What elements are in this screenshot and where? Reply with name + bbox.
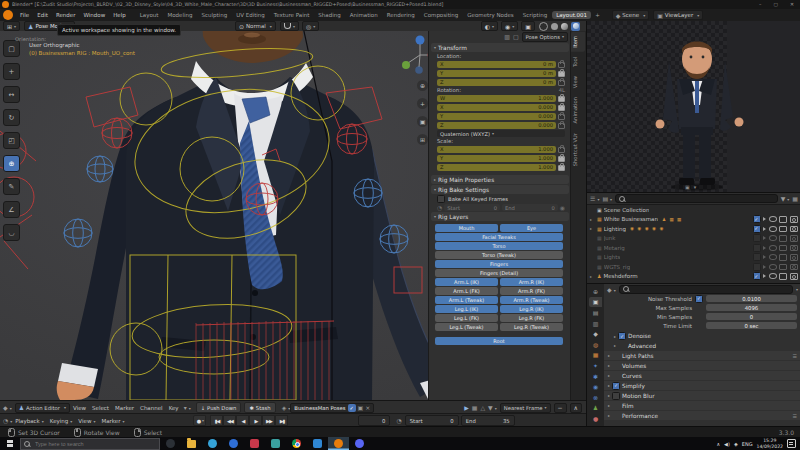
workspace-tab[interactable]: Scripting	[519, 11, 551, 19]
add-workspace-button[interactable]: +	[591, 11, 604, 19]
fake-user-icon[interactable]: ✓	[348, 404, 356, 412]
workspace-tab[interactable]: Layout.001	[552, 11, 591, 19]
taskbar-app[interactable]	[223, 437, 244, 450]
viewport-disable-icon[interactable]	[779, 254, 787, 261]
unlink-icon[interactable]: ×	[365, 404, 370, 411]
bake-checkbox[interactable]	[437, 195, 445, 203]
properties-tab[interactable]: ⊗	[589, 392, 602, 403]
drag-handle-icon[interactable]: ☰	[793, 353, 797, 359]
bake-end-field[interactable]: End0	[502, 204, 558, 211]
viewport-disable-icon[interactable]	[779, 245, 787, 252]
menu-item[interactable]: Help	[109, 12, 130, 18]
viewport-tool-button[interactable]: ◰	[3, 132, 20, 149]
bake-start-field[interactable]: Start0	[444, 204, 500, 211]
sidebar-tab[interactable]: Shortcut VUr	[571, 129, 585, 170]
rig-main-properties-header[interactable]: Rig Main Properties	[431, 175, 569, 184]
properties-tab[interactable]: ◍	[589, 339, 602, 350]
properties-tab[interactable]: ▥	[589, 318, 602, 329]
viewport-disable-icon[interactable]	[779, 273, 787, 280]
menu-item[interactable]: Edit	[33, 12, 52, 18]
menu-item[interactable]: Window	[79, 12, 109, 18]
sidebar-tab[interactable]: Tool	[571, 53, 585, 71]
properties-tab[interactable]: ▣	[589, 297, 602, 308]
properties-editor-icon[interactable]: ◆	[607, 286, 616, 293]
copy-icon[interactable]: ▣	[358, 404, 364, 411]
hide-eye-icon[interactable]	[769, 254, 777, 260]
field-checkbox[interactable]	[695, 295, 703, 303]
workspace-tab[interactable]: Texture Paint	[270, 11, 314, 19]
location-field[interactable]: Z0 m	[437, 79, 556, 86]
select-cursor-icon[interactable]: ▶	[464, 404, 469, 411]
playback-button[interactable]: ▶	[249, 415, 262, 426]
rig-layer-button[interactable]: Facial Tweaks	[435, 233, 563, 241]
outliner-options-icon[interactable]: ▦	[792, 195, 798, 202]
proportional-edit-toggle[interactable]: ◎	[302, 21, 319, 31]
selectable-icon[interactable]	[763, 217, 766, 221]
field-value[interactable]: 4096	[706, 304, 797, 311]
properties-tab[interactable]: ◆	[589, 328, 602, 339]
selectable-icon[interactable]	[763, 274, 766, 278]
hide-eye-icon[interactable]	[769, 245, 777, 251]
action-selector[interactable]: BusinessMan Poses ✓ ▣ ×	[290, 403, 374, 413]
rig-layer-button[interactable]: Leg.L (IK)	[435, 305, 498, 313]
outliner-row[interactable]: ▦ WGTS_rig	[587, 262, 800, 272]
solid-shading-icon[interactable]	[551, 23, 558, 30]
dope-editor-icon[interactable]: ◆	[3, 404, 12, 411]
section-checkbox[interactable]	[612, 382, 620, 390]
rig-layer-button[interactable]: Leg.L (FK)	[435, 314, 498, 322]
frame-end-field[interactable]: End35	[461, 415, 515, 426]
camera-range-icon[interactable]: ◉	[560, 204, 565, 211]
taskbar-app[interactable]	[328, 437, 349, 450]
lock-icon[interactable]	[558, 123, 565, 129]
viewport-nav-button[interactable]: ▣	[417, 116, 428, 127]
properties-tab[interactable]: ♟	[589, 403, 602, 414]
lock-icon[interactable]	[558, 114, 565, 120]
section-checkbox[interactable]	[612, 392, 620, 400]
rig-layer-button[interactable]: Fingers (Detail)	[435, 269, 563, 277]
lock-icon[interactable]	[558, 80, 565, 86]
scale-field[interactable]: Z1.000	[437, 164, 556, 171]
location-field[interactable]: X0 m	[437, 61, 556, 68]
render-disable-icon[interactable]	[790, 216, 799, 223]
render-disable-icon[interactable]	[790, 273, 799, 280]
properties-tab[interactable]: ✦	[589, 360, 602, 371]
transform-orientation-selector[interactable]: ⊙ Normal	[235, 21, 276, 31]
editor-type-button[interactable]: ⊞	[3, 21, 20, 31]
viewport-nav-button[interactable]: ⊞	[417, 134, 428, 145]
viewport-disable-icon[interactable]	[779, 235, 787, 242]
outliner-row[interactable]: ▦ Lights	[587, 253, 800, 263]
taskbar-app[interactable]	[307, 437, 328, 450]
field-value[interactable]: 0.0100	[706, 295, 797, 302]
menu-item[interactable]: Playback	[12, 418, 47, 424]
action-editor-mode[interactable]: ♟ Action Editor	[15, 403, 70, 413]
viewport-tool-button[interactable]: ✎	[3, 178, 20, 195]
workspace-tab[interactable]: Shading	[314, 11, 344, 19]
rig-layer-button[interactable]: Leg.L (Tweak)	[435, 323, 498, 331]
lock-icon[interactable]	[558, 156, 565, 162]
outliner-row[interactable]: ▸ ▦ Lighting ◉ ◉ ◉ ◉ ◉	[587, 224, 800, 234]
viewport-tool-button[interactable]: ▢	[3, 40, 20, 57]
viewport-disable-icon[interactable]	[779, 264, 787, 271]
lock-icon[interactable]	[558, 147, 565, 153]
workspace-tab[interactable]: Geometry Nodes	[463, 11, 517, 19]
sidebar-tab[interactable]: Item	[571, 32, 585, 52]
section-header[interactable]: Light Paths ☰	[604, 351, 800, 360]
outliner-row[interactable]: ▦ Junk	[587, 234, 800, 244]
rig-layer-button[interactable]: Leg.R (Tweak)	[500, 323, 563, 331]
rig-layer-button[interactable]: Root	[435, 337, 563, 345]
overlays-toggle[interactable]: ◉	[501, 21, 518, 31]
filter-dropdown-icon[interactable]: ▾	[184, 404, 191, 411]
properties-tab[interactable]: ●	[589, 413, 602, 424]
menu-item[interactable]: File	[16, 12, 33, 18]
warning-icon[interactable]: △	[480, 404, 485, 411]
action-shield-icon[interactable]: ◈	[282, 404, 291, 411]
lock-icon[interactable]	[558, 71, 565, 77]
workspace-tab[interactable]: Rendering	[383, 11, 419, 19]
rotation-field[interactable]: Y0.000	[437, 113, 556, 120]
viewport-tool-button[interactable]: ◡	[3, 224, 20, 241]
lock-icon[interactable]	[558, 105, 565, 111]
section-header[interactable]: Simplify ☰	[604, 381, 800, 390]
workspace-tab[interactable]: Modeling	[163, 11, 196, 19]
exclude-checkbox[interactable]	[753, 253, 761, 261]
properties-tab[interactable]: ◉	[589, 381, 602, 392]
